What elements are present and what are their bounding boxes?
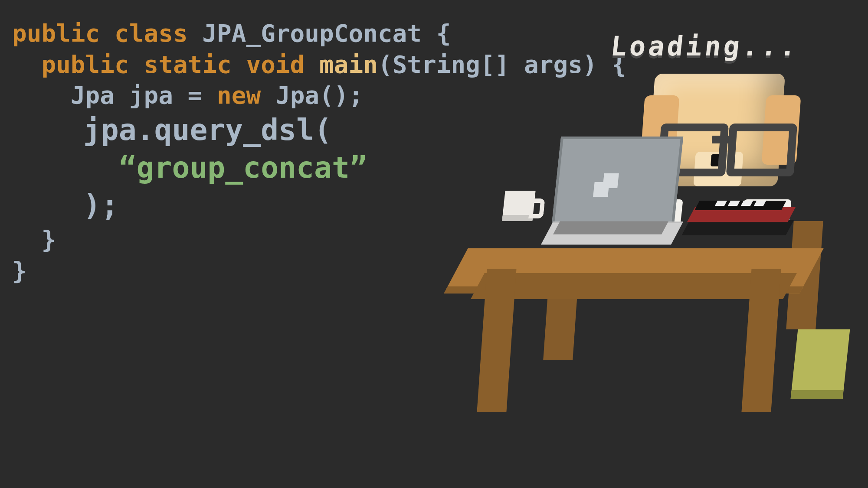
ctor-parens: () bbox=[319, 81, 348, 109]
laptop-logo-icon bbox=[603, 173, 619, 188]
type-jpa: Jpa bbox=[71, 81, 115, 109]
method-query-dsl: query_dsl bbox=[154, 113, 314, 147]
glasses-lens-icon bbox=[726, 124, 798, 176]
floor-box-icon bbox=[791, 329, 850, 399]
op-assign: = bbox=[188, 81, 203, 109]
keyword-new: new bbox=[217, 81, 261, 109]
keyword-public: public bbox=[12, 19, 100, 47]
brace-close: } bbox=[12, 257, 27, 285]
var-jpa: jpa bbox=[129, 81, 173, 109]
voxel-illustration: Loading... bbox=[417, 26, 851, 459]
laptop-keyboard-icon bbox=[553, 221, 668, 234]
op-dot: . bbox=[137, 113, 154, 147]
keyword-class: class bbox=[115, 19, 188, 47]
indent bbox=[12, 225, 41, 254]
book-keys-icon bbox=[715, 201, 770, 206]
paren-open: ( bbox=[314, 113, 332, 147]
obj-jpa: jpa bbox=[83, 113, 137, 147]
indent bbox=[12, 188, 83, 222]
semicolon: ; bbox=[349, 81, 364, 109]
indent bbox=[12, 81, 71, 109]
indent bbox=[12, 113, 83, 147]
class-name: JPA_GroupConcat bbox=[202, 19, 422, 47]
ctor-jpa: Jpa bbox=[275, 81, 319, 109]
paren-open: ( bbox=[378, 50, 393, 78]
book-icon bbox=[682, 220, 794, 235]
paren-close: ) bbox=[83, 188, 101, 222]
indent bbox=[12, 50, 41, 78]
cup-icon bbox=[502, 191, 535, 221]
keyword-void: void bbox=[246, 50, 305, 78]
loading-text: Loading... bbox=[609, 30, 800, 62]
keyword-public: public bbox=[41, 50, 129, 78]
string-group-concat: “group_concat” bbox=[119, 150, 367, 185]
keyword-static: static bbox=[144, 50, 231, 78]
indent bbox=[12, 150, 119, 185]
method-main: main bbox=[319, 50, 378, 78]
brace-close: } bbox=[41, 225, 56, 254]
semicolon: ; bbox=[101, 188, 119, 222]
desk-front-icon bbox=[471, 273, 797, 299]
